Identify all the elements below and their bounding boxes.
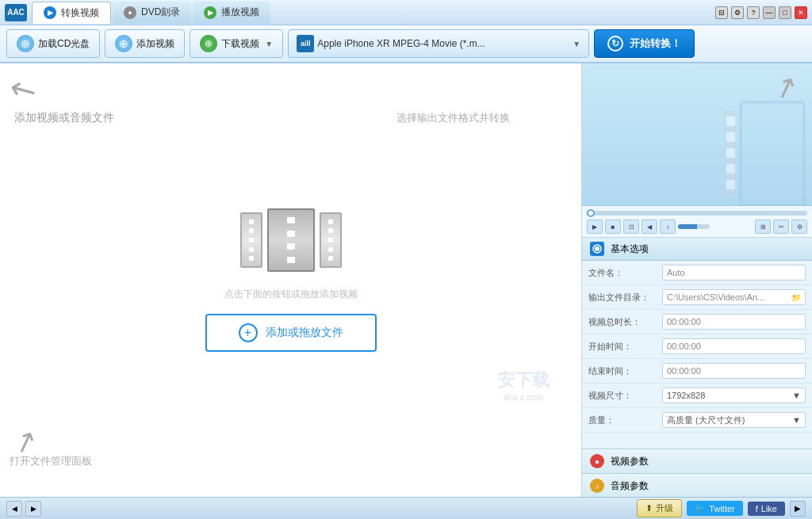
screenshot-control[interactable]: ⊡ bbox=[623, 219, 639, 234]
back-frame-control[interactable]: ◀ bbox=[642, 219, 657, 234]
maximize-button[interactable]: □ bbox=[779, 6, 791, 19]
add-drop-button[interactable]: + 添加或拖放文件 bbox=[205, 314, 377, 352]
toolbar: ⊕ 加载CD光盘 ⊕ 添加视频 ⊕ 下载视频 ▼ aill Apple iPho… bbox=[0, 25, 812, 63]
svg-rect-4 bbox=[726, 148, 735, 158]
settings-row-starttime: 开始时间： 00:00:00 bbox=[582, 334, 812, 359]
settings-label-starttime: 开始时间： bbox=[582, 334, 656, 359]
settings-small-control[interactable]: ⚙ bbox=[791, 219, 807, 234]
settings-value-outdir[interactable]: C:\Users\CS\Videos\An... 📁 bbox=[662, 289, 806, 305]
tab-dvd[interactable]: ● DVD刻录 bbox=[113, 2, 191, 24]
play-tab-icon: ▶ bbox=[204, 6, 216, 19]
format-icon: aill bbox=[297, 35, 314, 52]
film-icon-area bbox=[240, 208, 342, 272]
film-hole bbox=[249, 228, 254, 233]
add-video-button[interactable]: ⊕ 添加视频 bbox=[105, 29, 185, 58]
add-drop-icon: + bbox=[239, 323, 258, 342]
folder-icon[interactable]: 📁 bbox=[791, 293, 801, 302]
zoom-control[interactable]: ⊞ bbox=[755, 219, 771, 234]
progress-thumb bbox=[587, 209, 595, 217]
settings-value-resolution[interactable]: 1792x828 ▼ bbox=[662, 387, 806, 403]
tab-play[interactable]: ▶ 播放视频 bbox=[193, 2, 270, 24]
add-cd-icon: ⊕ bbox=[17, 35, 34, 52]
hint-select: 选择输出文件格式并转换 bbox=[396, 111, 510, 125]
film-strip-mid bbox=[267, 208, 315, 272]
add-cd-button[interactable]: ⊕ 加载CD光盘 bbox=[6, 29, 100, 58]
player-controls: ▶ ■ ⊡ ◀ ♪ ⊞ ✂ ⚙ bbox=[582, 206, 812, 238]
watermark: 安下载 anx z.com bbox=[497, 368, 550, 402]
watermark-url: anx z.com bbox=[504, 392, 543, 402]
stop-control[interactable]: ■ bbox=[605, 219, 621, 234]
format-label: Apple iPhone XR MPEG-4 Movie (*.m... bbox=[317, 38, 569, 49]
download-dropdown-arrow: ▼ bbox=[265, 40, 273, 48]
download-label: 下载视频 bbox=[221, 37, 259, 51]
format-selector[interactable]: aill Apple iPhone XR MPEG-4 Movie (*.m..… bbox=[288, 29, 589, 58]
film-hole bbox=[249, 256, 254, 261]
add-drop-label: 添加或拖放文件 bbox=[266, 326, 343, 340]
film-hole bbox=[328, 228, 333, 233]
settings-title: 基本选项 bbox=[611, 242, 649, 256]
film-hole-mid bbox=[287, 243, 295, 250]
restore-button[interactable]: ⊟ bbox=[715, 6, 728, 19]
settings-value-endtime[interactable]: 00:00:00 bbox=[662, 363, 806, 379]
film-hole bbox=[328, 238, 333, 242]
resolution-dropdown-arrow: ▼ bbox=[792, 391, 801, 400]
add-video-label: 添加视频 bbox=[136, 37, 174, 51]
settings-row-endtime: 结束时间： 00:00:00 bbox=[582, 359, 812, 384]
audio-params-header[interactable]: ♪ 音频参数 bbox=[582, 473, 812, 497]
settings-label-quality: 质量： bbox=[582, 408, 656, 433]
hint-add-files: 添加视频或音频文件 bbox=[14, 111, 114, 125]
main-content: ↖ 添加视频或音频文件 bbox=[0, 63, 812, 497]
volume-control[interactable]: ♪ bbox=[660, 219, 676, 234]
twitter-button[interactable]: 🐦 Twitter bbox=[687, 501, 742, 516]
settings-row-resolution: 视频尺寸： 1792x828 ▼ bbox=[582, 384, 812, 408]
dvd-tab-icon: ● bbox=[124, 6, 136, 19]
crop-control[interactable]: ✂ bbox=[773, 219, 789, 234]
settings-value-duration: 00:00:00 bbox=[662, 314, 806, 330]
window-controls: ⊟ ⚙ ? — □ ✕ bbox=[715, 6, 807, 19]
upgrade-button[interactable]: ⬆ 升级 bbox=[637, 499, 682, 517]
settings-button[interactable]: ⚙ bbox=[731, 6, 744, 19]
tab-convert[interactable]: ▶ 转换视频 bbox=[32, 2, 111, 24]
help-button[interactable]: ? bbox=[747, 6, 760, 19]
film-strip-right bbox=[320, 212, 342, 268]
film-decoration bbox=[725, 94, 812, 206]
settings-label-filename: 文件名： bbox=[582, 261, 656, 285]
film-hole-mid bbox=[287, 217, 295, 223]
video-params-header[interactable]: ● 视频参数 bbox=[582, 448, 812, 473]
status-nav-right[interactable]: ▶ bbox=[25, 501, 41, 517]
settings-row-filename: 文件名： Auto bbox=[582, 261, 812, 285]
convert-tab-label: 转换视频 bbox=[61, 6, 99, 20]
arrow-hint-top-left: ↖ bbox=[3, 68, 42, 109]
svg-rect-5 bbox=[726, 164, 735, 174]
film-hole bbox=[328, 247, 333, 252]
settings-label-outdir: 输出文件目录： bbox=[582, 285, 656, 310]
settings-value-filename[interactable]: Auto bbox=[662, 265, 806, 280]
settings-value-starttime[interactable]: 00:00:00 bbox=[662, 338, 806, 354]
progress-bar[interactable] bbox=[587, 211, 807, 216]
start-convert-button[interactable]: ↻ 开始转换！ bbox=[594, 29, 695, 58]
download-video-button[interactable]: ⊕ 下载视频 ▼ bbox=[190, 29, 283, 58]
status-nav-left[interactable]: ◀ bbox=[6, 501, 22, 517]
hint-file-mgr: 打开文件管理面板 bbox=[10, 454, 92, 468]
volume-slider[interactable] bbox=[678, 224, 710, 229]
film-hole bbox=[249, 219, 254, 224]
minimize-button[interactable]: — bbox=[763, 6, 776, 19]
close-button[interactable]: ✕ bbox=[795, 6, 807, 19]
settings-label-duration: 视频总时长： bbox=[582, 310, 656, 334]
add-cd-label: 加载CD光盘 bbox=[38, 37, 90, 51]
settings-value-quality[interactable]: 高质量 (大尺寸文件) ▼ bbox=[662, 412, 806, 428]
settings-label-endtime: 结束时间： bbox=[582, 359, 656, 384]
play-control[interactable]: ▶ bbox=[587, 219, 603, 234]
svg-rect-6 bbox=[726, 180, 735, 189]
film-hole bbox=[249, 247, 254, 252]
dvd-tab-label: DVD刻录 bbox=[141, 6, 180, 19]
start-label: 开始转换！ bbox=[630, 36, 681, 51]
twitter-label: Twitter bbox=[709, 504, 734, 513]
title-bar: AAC ▶ 转换视频 ● DVD刻录 ▶ 播放视频 ⊟ ⚙ ? — □ ✕ bbox=[0, 0, 812, 25]
svg-point-7 bbox=[595, 246, 599, 251]
right-panel: ↗ ▶ ■ ⊡ ◀ ♪ bbox=[582, 63, 812, 497]
status-arrow-right[interactable]: ▶ bbox=[790, 501, 806, 517]
facebook-button[interactable]: f Like bbox=[748, 502, 785, 516]
download-icon: ⊕ bbox=[200, 35, 217, 52]
app-logo: AAC bbox=[5, 4, 27, 21]
